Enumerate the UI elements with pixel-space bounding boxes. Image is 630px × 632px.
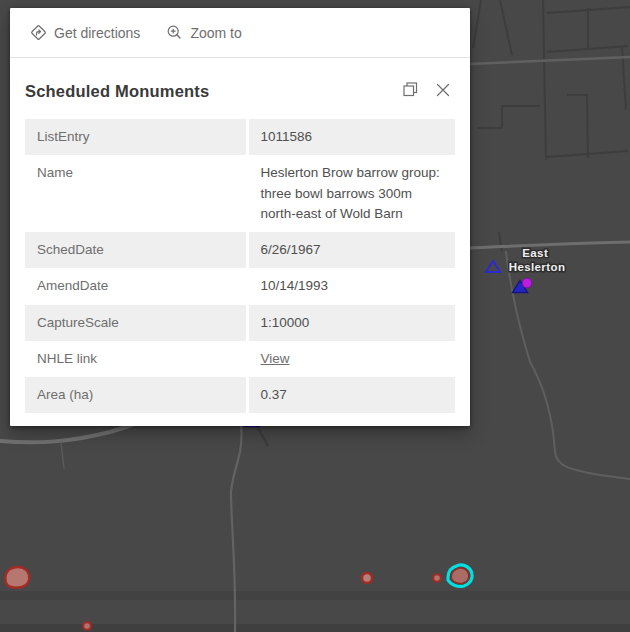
popup-content: ListEntry1011586NameHeslerton Brow barro… <box>10 116 470 426</box>
field-label: AmendDate <box>25 268 247 304</box>
dot-red-marker[interactable] <box>362 573 372 583</box>
blob-red-marker[interactable] <box>5 567 29 588</box>
field-row: CaptureScale1:10000 <box>25 305 455 341</box>
terrain-band <box>0 591 630 600</box>
directions-icon <box>30 24 47 41</box>
zoom-to-label: Zoom to <box>190 25 241 41</box>
field-value: 10/14/1993 <box>247 268 455 304</box>
popup-title: Scheduled Monuments <box>25 82 209 101</box>
popup-action-bar: Get directions Zoom to <box>10 8 470 58</box>
field-value: 0.37 <box>247 377 455 413</box>
close-icon <box>434 81 452 102</box>
field-row: SchedDate6/26/1967 <box>25 232 455 268</box>
blob-selected-marker[interactable] <box>448 565 472 587</box>
field-label: Area (ha) <box>25 377 247 413</box>
field-value: View <box>247 341 455 377</box>
attributes-table: ListEntry1011586NameHeslerton Brow barro… <box>25 119 455 413</box>
nhle-view-link[interactable]: View <box>261 351 290 366</box>
get-directions-button[interactable]: Get directions <box>28 20 142 45</box>
field-label: CaptureScale <box>25 305 247 341</box>
field-label: Name <box>25 155 247 232</box>
get-directions-label: Get directions <box>54 25 140 41</box>
dot-red-small-marker[interactable] <box>83 622 91 630</box>
field-value: Heslerton Brow barrow group: three bowl … <box>247 155 455 232</box>
dock-icon <box>401 80 420 102</box>
terrain-band <box>0 624 630 632</box>
popup-header: Scheduled Monuments <box>10 58 470 116</box>
field-value: 1011586 <box>247 119 455 155</box>
field-label: SchedDate <box>25 232 247 268</box>
field-label: NHLE link <box>25 341 247 377</box>
field-value: 1:10000 <box>247 305 455 341</box>
field-row: NHLE linkView <box>25 341 455 377</box>
dot-red-small-marker[interactable] <box>433 574 441 582</box>
zoom-to-icon <box>166 24 183 41</box>
field-row: AmendDate10/14/1993 <box>25 268 455 304</box>
field-row: NameHeslerton Brow barrow group: three b… <box>25 155 455 232</box>
dock-button[interactable] <box>399 78 422 104</box>
field-label: ListEntry <box>25 119 247 155</box>
dot-purple-marker[interactable] <box>522 278 532 288</box>
field-value: 6/26/1967 <box>247 232 455 268</box>
field-row: Area (ha)0.37 <box>25 377 455 413</box>
app-window: East Heslerton Get directions <box>0 0 630 632</box>
popup: Get directions Zoom to Scheduled Monumen… <box>10 8 470 426</box>
field-row: ListEntry1011586 <box>25 119 455 155</box>
zoom-to-button[interactable]: Zoom to <box>164 20 243 45</box>
close-button[interactable] <box>432 79 454 104</box>
